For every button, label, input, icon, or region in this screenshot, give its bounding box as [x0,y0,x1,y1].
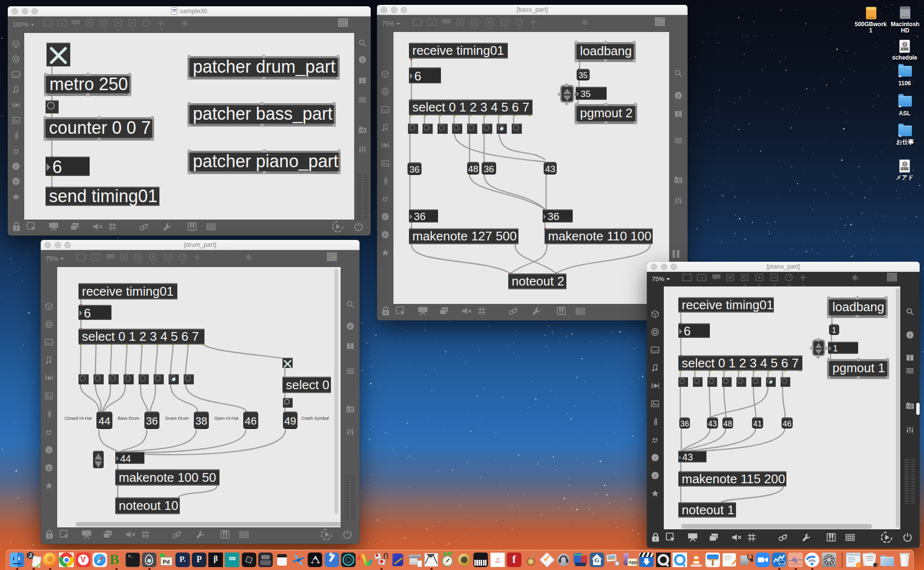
svg-text:v: v [48,447,50,453]
svg-text:m: m [700,275,704,280]
svg-text:v: v [384,214,387,220]
svg-text:b: b [47,465,50,471]
svg-text:v: v [15,164,17,169]
svg-text:m: m [61,21,64,26]
svg-text:m: m [430,19,434,24]
svg-text:b: b [654,473,657,478]
svg-text:b: b [384,232,387,238]
svg-text:v: v [654,455,657,460]
svg-text:m: m [94,254,97,259]
svg-text:b: b [15,178,17,184]
svg-text:intel: intel [779,562,784,565]
